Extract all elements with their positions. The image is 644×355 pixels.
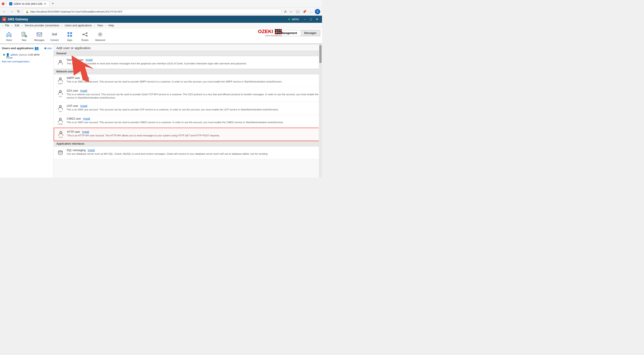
grid-cell <box>276 33 278 34</box>
http-user-content: HTTP user Install This is an HTTP API us… <box>67 130 319 137</box>
menu-users-apps[interactable]: Users and applications <box>63 24 94 28</box>
toolbar-home-label: Home <box>6 39 12 41</box>
sql-install-link[interactable]: Install <box>88 149 94 152</box>
http-user-row: HTTP HTTP user Install This is an HTTP A… <box>54 128 322 141</box>
connect-icon <box>50 30 58 38</box>
back-button[interactable]: ← <box>2 9 7 14</box>
sql-messaging-title: SQL messaging <box>67 149 86 152</box>
smpp-user-content: SMPP user Install This is an SMS user ac… <box>67 76 319 84</box>
new-tab-button[interactable]: + <box>50 1 56 6</box>
advanced-icon <box>96 30 104 38</box>
svg-rect-5 <box>68 32 69 34</box>
grid-cell <box>280 33 282 34</box>
toolbar-advanced-button[interactable]: Advanced <box>93 29 107 42</box>
app-title-area: ■ SMS Gateway <box>2 17 28 21</box>
menu-edit[interactable]: Edit <box>13 24 21 28</box>
sql-messaging-icon <box>56 149 64 157</box>
pin-icon[interactable]: 📌 <box>302 9 307 14</box>
user-name-link[interactable]: admin <box>10 53 18 56</box>
browser-profile[interactable]: E <box>315 9 320 14</box>
user-item-admin: 👤 admin (Admin) 0.00 MPM Ready <box>2 52 52 60</box>
menu-view[interactable]: View <box>96 24 105 28</box>
add-new-user-link[interactable]: Add new user/application... <box>2 60 31 63</box>
smpp-user-title: SMPP user <box>67 76 80 80</box>
toolbar-area: Home New Messages Connect <box>0 28 322 44</box>
grid-cell <box>278 31 280 32</box>
forward-button[interactable]: → <box>9 9 14 14</box>
sql-messaging-content: SQL messaging Install Use any database s… <box>67 149 319 156</box>
toolbar-connect-button[interactable]: Connect <box>48 29 62 42</box>
add-icon: ✚ <box>44 46 47 50</box>
app-minimize-button[interactable]: − <box>302 17 307 22</box>
svg-rect-6 <box>70 32 72 34</box>
toolbar-connect-label: Connect <box>50 39 58 41</box>
add-user-button[interactable]: ✚ Add <box>44 46 52 50</box>
smpp-label: SMPP <box>58 83 62 84</box>
reader-view-icon[interactable]: A <box>284 9 287 14</box>
sidebar-header: Users and applications 👥 ✚ Add <box>2 46 52 50</box>
cimd2-user-icon: CIMD2 <box>56 117 64 125</box>
app-titlebar: ■ SMS Gateway admin − □ ✕ <box>0 16 322 23</box>
address-bar[interactable]: 🔒 https://localhost:9515/SMS+Gateway/?a=… <box>22 9 282 14</box>
svg-point-9 <box>82 34 84 35</box>
smpp-install-link[interactable]: Install <box>82 76 89 80</box>
menu-help[interactable]: Help <box>107 24 116 28</box>
tab-title: OZEKI 10 (192.168.0.125) <box>14 2 42 5</box>
smpp-user-row: SMPP SMPP user Install This is an SMS us… <box>54 74 322 87</box>
browser-tab-bar: O OZEKI 10 (192.168.0.125) ✕ + <box>6 1 56 6</box>
cimd2-user-content: CIMD2 user Install This is an SMS user a… <box>67 117 319 124</box>
close-dot[interactable] <box>2 2 4 5</box>
favorites-icon[interactable]: ☆ <box>289 9 294 14</box>
svg-point-4 <box>55 34 57 35</box>
ozeki-url: www.myozeki.com <box>265 34 282 37</box>
user-speed-text: 0.00 MPM <box>28 54 39 56</box>
standard-user-content: Standard user Install This user makes it… <box>67 58 319 65</box>
url-text: https://localhost:9515/SMS+Gateway/?a=Us… <box>30 10 122 13</box>
new-icon <box>20 30 28 38</box>
scrollbar[interactable] <box>319 44 322 178</box>
more-tools-icon[interactable]: … <box>308 9 314 14</box>
status-dot <box>288 18 290 20</box>
grid-cell <box>276 29 278 31</box>
ozx-install-link[interactable]: Install <box>80 89 87 92</box>
grid-cell <box>275 29 276 31</box>
standard-user-title: Standard user <box>67 58 84 62</box>
tab-favicon: O <box>9 2 12 5</box>
toolbar-new-button[interactable]: New <box>17 29 31 42</box>
menubar-sep3: ▪ <box>22 24 22 27</box>
toolbar-advanced-label: Advanced <box>95 39 105 41</box>
scroll-thumb[interactable] <box>319 45 322 63</box>
reload-button[interactable]: ↻ <box>16 8 21 14</box>
collections-icon[interactable]: ⬜ <box>295 9 300 14</box>
app-maximize-button[interactable]: □ <box>308 17 313 22</box>
toolbar-routes-button[interactable]: Routes <box>78 29 92 42</box>
grid-cell <box>280 29 282 31</box>
toolbar-home-button[interactable]: Home <box>2 29 16 42</box>
ucp-user-icon: UCP <box>56 104 64 112</box>
menu-service-provider[interactable]: Service provider connections <box>23 24 61 28</box>
toolbar-new-label: New <box>22 39 26 41</box>
svg-rect-2 <box>37 33 42 36</box>
grid-cell <box>275 31 276 32</box>
toolbar-apps-button[interactable]: Apps <box>62 29 77 42</box>
messages-tab[interactable]: Messages <box>300 30 320 36</box>
app-close-button[interactable]: ✕ <box>314 17 320 22</box>
sidebar: Users and applications 👥 ✚ Add 👤 admin (… <box>0 44 54 178</box>
cimd2-install-link[interactable]: Install <box>83 117 90 120</box>
svg-rect-7 <box>68 35 69 37</box>
standard-user-install-link[interactable]: Install <box>86 58 92 62</box>
lock-icon: 🔒 <box>26 10 29 13</box>
menubar-sep4: ▪ <box>62 24 62 27</box>
ucp-label: UCP <box>59 111 62 112</box>
tab-close-button[interactable]: ✕ <box>44 2 46 6</box>
sql-messaging-desc: Use any database server such as MS SQL, … <box>67 152 319 156</box>
http-user-title: HTTP user <box>67 130 80 134</box>
menu-file[interactable]: File <box>3 24 11 28</box>
http-label: HTTP <box>59 136 63 138</box>
http-install-link[interactable]: Install <box>82 130 89 134</box>
toolbar-messages-button[interactable]: Messages <box>32 29 46 42</box>
section-app-interfaces: Application interfaces <box>54 141 322 146</box>
ucp-install-link[interactable]: Install <box>80 104 87 108</box>
user-role-text: (Admin) <box>19 54 28 56</box>
browser-tab[interactable]: O OZEKI 10 (192.168.0.125) ✕ <box>6 1 50 6</box>
